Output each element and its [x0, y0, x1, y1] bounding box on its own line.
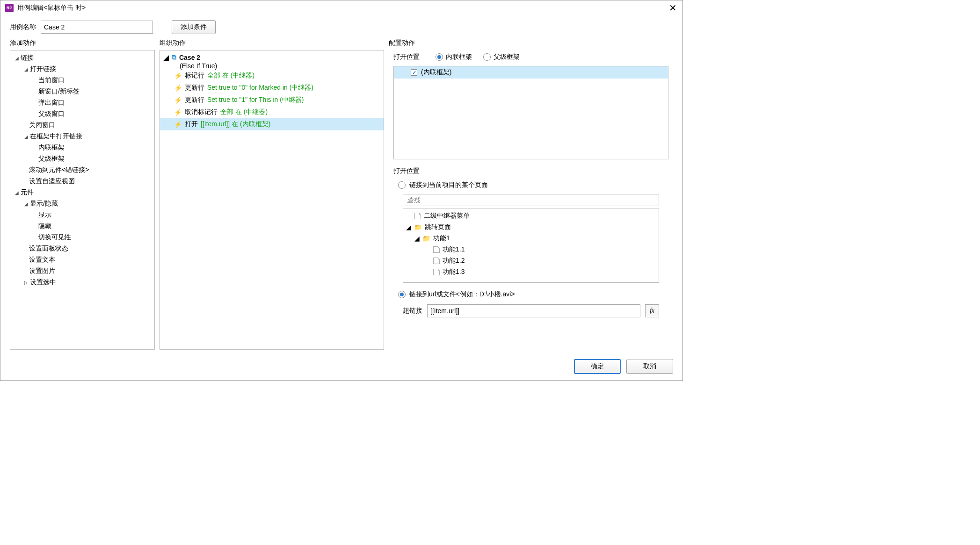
- case-name-input[interactable]: [41, 21, 153, 34]
- organize-panel[interactable]: ◢ ⧉ Case 2 (Else If True) ⚡标记行 全部 在 (中继器…: [160, 50, 384, 350]
- tree-panel-state[interactable]: 设置面板状态: [10, 243, 154, 254]
- tree-hide[interactable]: 隐藏: [10, 221, 154, 232]
- organize-action-header: 组织动作: [160, 39, 384, 47]
- lightning-icon: ⚡: [174, 84, 182, 92]
- tree-close-window[interactable]: 关闭窗口: [10, 120, 154, 131]
- add-condition-button[interactable]: 添加条件: [172, 20, 216, 34]
- tree-adaptive-view[interactable]: 设置自适应视图: [10, 176, 154, 187]
- hyperlink-label: 超链接: [403, 307, 422, 315]
- expand-icon[interactable]: ▷: [23, 280, 29, 285]
- page-node-menu[interactable]: 二级中继器菜单: [403, 210, 659, 222]
- page-icon: [433, 246, 440, 253]
- dialog-button-row: 确定 取消: [0, 354, 682, 380]
- config-action-column: 配置动作 打开位置 内联框架 父级框架 (内联框架) 打开位置: [389, 39, 673, 350]
- case-condition-text: (Else If True): [160, 62, 384, 70]
- radio-inline-frame[interactable]: 内联框架: [436, 53, 472, 61]
- collapse-icon[interactable]: ◢: [14, 56, 20, 61]
- page-node-func11[interactable]: 功能1.1: [403, 244, 659, 255]
- ok-button[interactable]: 确定: [574, 359, 621, 374]
- case-name-text: Case 2: [179, 54, 200, 61]
- collapse-icon[interactable]: ◢: [23, 67, 29, 72]
- folder-icon: 📁: [422, 235, 430, 242]
- action-open-link[interactable]: ⚡打开 [[Item.url]] 在 (内联框架): [160, 118, 384, 130]
- radio-icon: [398, 291, 406, 298]
- config-panel: 打开位置 内联框架 父级框架 (内联框架) 打开位置: [389, 50, 673, 350]
- tree-popup-window[interactable]: 弹出窗口: [10, 97, 154, 108]
- page-node-func12[interactable]: 功能1.2: [403, 255, 659, 266]
- tree-parent-frame[interactable]: 父级框架: [10, 153, 154, 165]
- radio-link-to-url[interactable]: 链接到url或文件<例如：D:\小楼.avi>: [398, 290, 515, 299]
- radio-parent-frame[interactable]: 父级框架: [483, 53, 520, 61]
- tree-toggle-visibility[interactable]: 切换可见性: [10, 232, 154, 243]
- action-mark-rows[interactable]: ⚡标记行 全部 在 (中继器): [160, 70, 384, 82]
- radio-icon: [436, 53, 443, 61]
- tree-inline-frame[interactable]: 内联框架: [10, 142, 154, 153]
- action-tree-panel[interactable]: ◢链接 ◢打开链接 当前窗口 新窗口/新标签 弹出窗口 父级窗口 关闭窗口 ◢在…: [10, 50, 155, 350]
- case-node[interactable]: ◢ ⧉ Case 2: [160, 52, 384, 62]
- folder-icon: 📁: [414, 223, 422, 231]
- tree-open-link[interactable]: ◢打开链接: [10, 64, 154, 75]
- radio-link-to-page[interactable]: 链接到当前项目的某个页面: [398, 181, 488, 189]
- page-tree[interactable]: 二级中继器菜单 ◢📁跳转页面 ◢📁功能1 功能1.1 功能1.2 功能1.3: [403, 208, 659, 283]
- hyperlink-input[interactable]: [427, 304, 640, 317]
- page-icon: [433, 269, 440, 275]
- config-action-header: 配置动作: [389, 39, 673, 47]
- tree-set-selected[interactable]: ▷设置选中: [10, 277, 154, 288]
- page-folder-func1[interactable]: ◢📁功能1: [403, 233, 659, 244]
- page-search-input[interactable]: [403, 194, 659, 206]
- target-frame-label: (内联框架): [421, 68, 451, 77]
- target-frame-item[interactable]: (内联框架): [394, 66, 668, 79]
- tree-group-widgets[interactable]: ◢元件: [10, 187, 154, 198]
- collapse-icon[interactable]: ◢: [164, 54, 169, 61]
- open-in-label: 打开位置: [393, 53, 426, 61]
- tree-open-in-frame[interactable]: ◢在框架中打开链接: [10, 131, 154, 142]
- organize-action-column: 组织动作 ◢ ⧉ Case 2 (Else If True) ⚡标记行 全部 在…: [160, 39, 384, 350]
- tree-current-window[interactable]: 当前窗口: [10, 75, 154, 86]
- radio-icon: [483, 53, 491, 61]
- tree-group-links[interactable]: ◢链接: [10, 52, 154, 64]
- collapse-icon[interactable]: ◢: [406, 223, 411, 231]
- tree-parent-window[interactable]: 父级窗口: [10, 108, 154, 120]
- action-update-rows-1[interactable]: ⚡更新行 Set true to "1" for This in (中继器): [160, 94, 384, 106]
- checkbox-icon[interactable]: [411, 69, 417, 76]
- tree-set-text[interactable]: 设置文本: [10, 254, 154, 265]
- cancel-button[interactable]: 取消: [626, 359, 673, 374]
- lightning-icon: ⚡: [174, 108, 182, 116]
- collapse-icon[interactable]: ◢: [23, 201, 29, 207]
- lightning-icon: ⚡: [174, 72, 182, 79]
- case-icon: ⧉: [172, 53, 176, 61]
- collapse-icon[interactable]: ◢: [23, 134, 29, 139]
- case-editor-dialog: RP 用例编辑<鼠标单击 时> ✕ 用例名称 添加条件 添加动作 ◢链接 ◢打开…: [0, 0, 683, 381]
- add-action-column: 添加动作 ◢链接 ◢打开链接 当前窗口 新窗口/新标签 弹出窗口 父级窗口 关闭…: [10, 39, 155, 350]
- close-icon[interactable]: ✕: [669, 3, 677, 13]
- tree-set-image[interactable]: 设置图片: [10, 265, 154, 277]
- window-title: 用例编辑<鼠标单击 时>: [17, 4, 86, 12]
- target-frame-list[interactable]: (内联框架): [393, 66, 668, 159]
- tree-show[interactable]: 显示: [10, 209, 154, 221]
- action-unmark-rows[interactable]: ⚡取消标记行 全部 在 (中继器): [160, 106, 384, 118]
- app-icon: RP: [5, 4, 14, 12]
- page-node-func13[interactable]: 功能1.3: [403, 266, 659, 278]
- tree-scroll-anchor[interactable]: 滚动到元件<锚链接>: [10, 165, 154, 176]
- collapse-icon[interactable]: ◢: [14, 190, 20, 195]
- page-folder-jump[interactable]: ◢📁跳转页面: [403, 222, 659, 233]
- open-in-row: 打开位置 内联框架 父级框架: [389, 50, 673, 64]
- lightning-icon: ⚡: [174, 121, 182, 128]
- open-location-label: 打开位置: [389, 164, 673, 178]
- collapse-icon[interactable]: ◢: [414, 235, 420, 242]
- tree-new-window[interactable]: 新窗口/新标签: [10, 86, 154, 97]
- add-action-header: 添加动作: [10, 39, 155, 47]
- lightning-icon: ⚡: [174, 96, 182, 104]
- action-update-rows-0[interactable]: ⚡更新行 Set true to "0" for Marked in (中继器): [160, 82, 384, 94]
- case-name-row: 用例名称 添加条件: [0, 15, 682, 39]
- page-icon: [433, 258, 440, 264]
- case-name-label: 用例名称: [10, 23, 36, 31]
- fx-button[interactable]: fx: [645, 304, 659, 317]
- tree-show-hide[interactable]: ◢显示/隐藏: [10, 198, 154, 209]
- page-icon: [414, 213, 421, 219]
- radio-icon: [398, 181, 406, 189]
- titlebar: RP 用例编辑<鼠标单击 时> ✕: [0, 0, 682, 15]
